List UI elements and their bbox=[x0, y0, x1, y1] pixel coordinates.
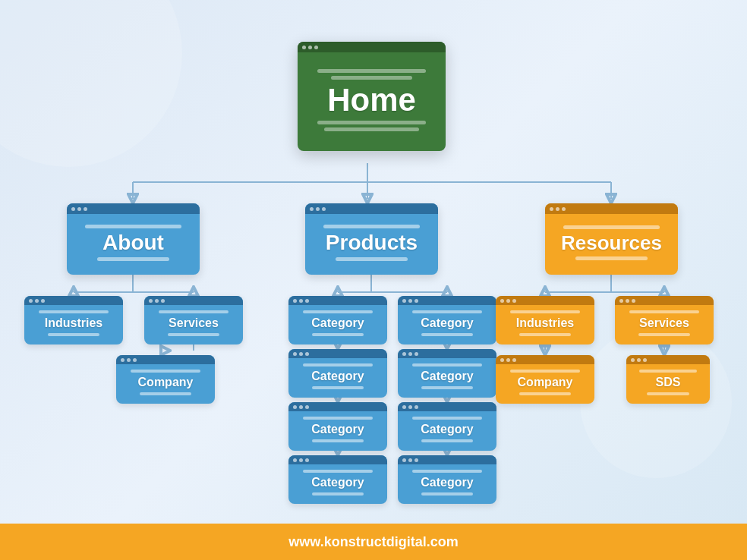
resources-node: Resources bbox=[545, 203, 678, 275]
category-q3-node: Category bbox=[398, 402, 496, 451]
category-p4-node: Category bbox=[288, 455, 387, 504]
category-p3-node: Category bbox=[288, 402, 387, 451]
sds-node: SDS bbox=[626, 355, 710, 404]
footer-url: www.konstructdigital.com bbox=[288, 534, 458, 550]
company-about-titlebar bbox=[116, 355, 215, 364]
footer: www.konstructdigital.com bbox=[0, 524, 747, 560]
about-titlebar bbox=[67, 203, 200, 214]
products-node: Products bbox=[305, 203, 438, 275]
resources-titlebar bbox=[545, 203, 678, 214]
services-about-titlebar bbox=[144, 296, 243, 305]
services-res-node: Services bbox=[615, 296, 714, 344]
services-about-node: Services bbox=[144, 296, 243, 344]
industries-res-node: Industries bbox=[496, 296, 594, 344]
main-area: Home About Products Re bbox=[0, 0, 747, 524]
category-q1-node: Category bbox=[398, 296, 496, 344]
company-about-node: Company bbox=[116, 355, 215, 404]
category-p2-node: Category bbox=[288, 349, 387, 398]
industries-about-node: Industries bbox=[24, 296, 123, 344]
industries-about-titlebar bbox=[24, 296, 123, 305]
category-q4-node: Category bbox=[398, 455, 496, 504]
category-p1-node: Category bbox=[288, 296, 387, 344]
products-titlebar bbox=[305, 203, 438, 214]
bg-decoration bbox=[0, 0, 182, 167]
about-node: About bbox=[67, 203, 200, 275]
company-res-node: Company bbox=[496, 355, 594, 404]
category-q2-node: Category bbox=[398, 349, 496, 398]
home-titlebar bbox=[298, 42, 446, 52]
home-node: Home bbox=[298, 42, 446, 151]
